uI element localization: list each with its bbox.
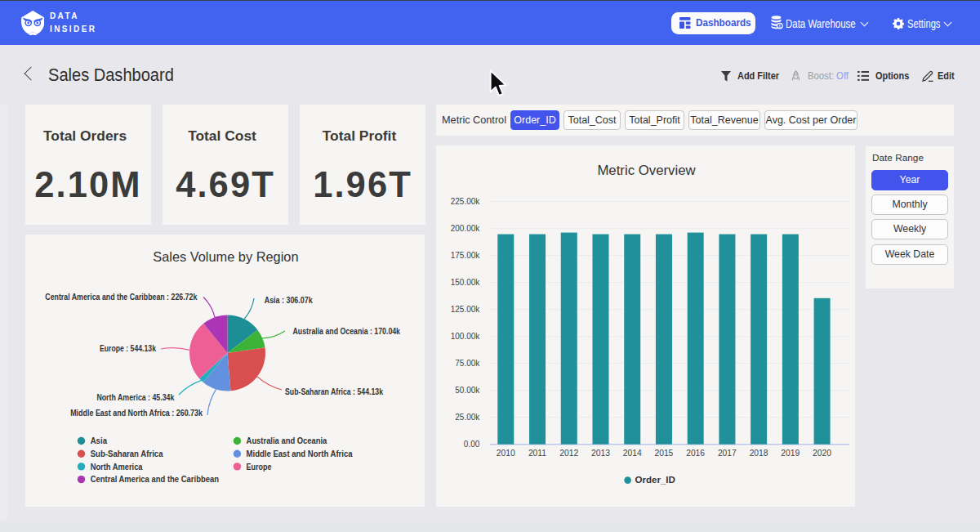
svg-text:225.00k: 225.00k — [451, 197, 481, 206]
svg-text:2014: 2014 — [623, 449, 642, 458]
svg-text:0.00: 0.00 — [464, 440, 480, 449]
svg-text:200.00k: 200.00k — [451, 224, 481, 233]
svg-text:Middle East and North Africa: Middle East and North Africa — [247, 449, 353, 458]
svg-text:175.00k: 175.00k — [451, 251, 481, 260]
svg-text:Sales Volume by Region: Sales Volume by Region — [153, 249, 298, 264]
svg-text:125.00k: 125.00k — [451, 305, 481, 314]
svg-text:Sub-Saharan Africa: Sub-Saharan Africa — [91, 449, 163, 458]
svg-text:Metric Overview: Metric Overview — [597, 163, 695, 177]
svg-text:2017: 2017 — [718, 449, 737, 458]
svg-text:2015: 2015 — [654, 449, 673, 458]
svg-text:Order_ID: Order_ID — [635, 476, 675, 485]
svg-text:Asia : 306.07k: Asia : 306.07k — [265, 296, 313, 305]
svg-text:Middle East and North Africa :: Middle East and North Africa : 260.73k — [70, 409, 203, 418]
svg-text:Australia and Oceania: Australia and Oceania — [247, 436, 327, 445]
svg-text:2018: 2018 — [750, 449, 768, 458]
svg-text:Europe: Europe — [247, 463, 272, 472]
svg-text:75.00k: 75.00k — [455, 359, 480, 368]
svg-text:2016: 2016 — [686, 449, 705, 458]
svg-text:2010: 2010 — [497, 449, 515, 458]
svg-text:Australia and Oceania : 170.04: Australia and Oceania : 170.04k — [293, 327, 401, 336]
svg-text:North America : 45.34k: North America : 45.34k — [96, 393, 174, 402]
svg-text:North America: North America — [91, 463, 143, 472]
svg-text:25.00k: 25.00k — [455, 413, 480, 422]
svg-text:100.00k: 100.00k — [451, 332, 481, 341]
svg-text:Sub-Saharan Africa : 544.13k: Sub-Saharan Africa : 544.13k — [285, 387, 383, 396]
svg-text:2019: 2019 — [781, 449, 800, 458]
svg-text:50.00k: 50.00k — [455, 386, 480, 395]
svg-text:Central America and the Caribb: Central America and the Caribbean — [91, 475, 219, 484]
svg-text:Asia: Asia — [91, 436, 108, 445]
svg-text:2012: 2012 — [559, 449, 578, 458]
svg-text:Central America and the Caribb: Central America and the Caribbean : 226.… — [45, 293, 197, 302]
svg-text:150.00k: 150.00k — [451, 278, 481, 287]
svg-text:2020: 2020 — [813, 449, 831, 458]
svg-text:Europe : 544.13k: Europe : 544.13k — [100, 344, 156, 353]
svg-text:2011: 2011 — [528, 449, 546, 458]
svg-text:2013: 2013 — [591, 449, 610, 458]
